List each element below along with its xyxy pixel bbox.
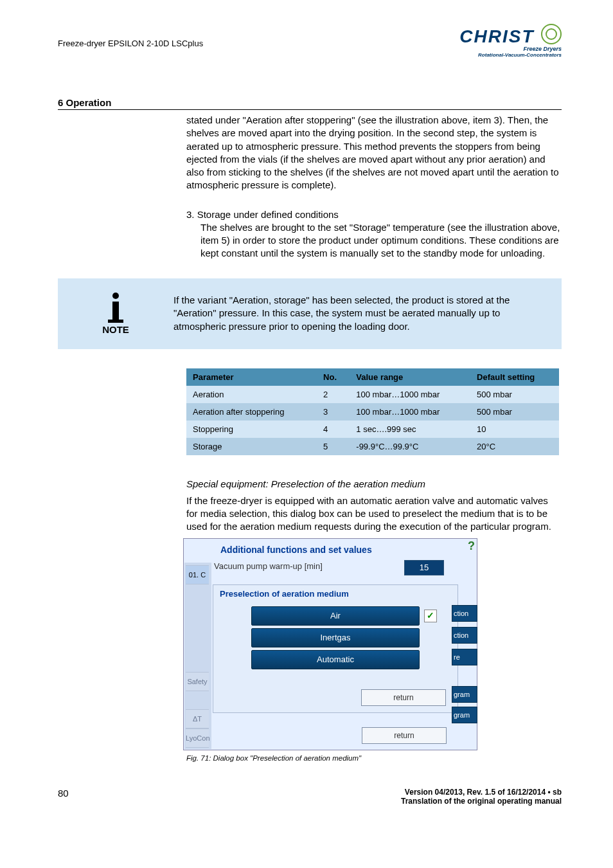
logo-row: CHRIST Freeze Dryers Rotational-Vacuum-C… — [58, 52, 562, 91]
help-icon[interactable]: ? — [468, 539, 475, 553]
warmup-input[interactable]: 15 — [404, 560, 444, 575]
cell: Aeration after stoppering — [186, 403, 317, 420]
cell: Aeration — [186, 386, 317, 403]
air-button-label: Air — [330, 611, 341, 620]
item3-body: The shelves are brought to the set "Stor… — [186, 221, 562, 260]
warmup-label: Vacuum pump warm-up [min] — [214, 561, 323, 571]
note-block: NOTE If the variant "Aeration, storage" … — [58, 278, 562, 349]
right-item-gram1[interactable]: gram — [452, 686, 477, 703]
th-parameter: Parameter — [186, 368, 317, 386]
footer-right: Version 04/2013, Rev. 1.5 of 16/12/2014 … — [401, 788, 562, 806]
right-item-ction2[interactable]: ction — [452, 627, 477, 644]
cell: 5 — [317, 438, 350, 455]
note-text: If the variant "Aeration, storage" has b… — [173, 294, 549, 333]
table-row: Aeration after stoppering 3 100 mbar…100… — [186, 403, 559, 420]
automatic-button[interactable]: Automatic — [251, 650, 420, 669]
table-row: Storage 5 -99.9°C…99.9°C 20°C — [186, 438, 559, 455]
dialog-illustration: ? 01. C Safety ΔT LyoCon Additional func… — [183, 538, 477, 750]
subbody: If the freeze-dryer is equipped with an … — [186, 494, 562, 534]
cell: 20°C — [470, 438, 559, 455]
note-icon-wrap: NOTE — [58, 293, 173, 335]
cell: 10 — [470, 420, 559, 438]
fig-caption: Fig. 71: Dialog box "Preselection of aer… — [186, 754, 562, 762]
cell: 100 mbar…1000 mbar — [350, 386, 470, 403]
right-item-ction1[interactable]: ction — [452, 605, 477, 622]
dialog-title: Additional functions and set values — [220, 545, 372, 555]
logo-sub2: Rotational-Vacuum-Concentrators — [459, 52, 562, 58]
sidebar-item-safety[interactable]: Safety — [186, 672, 209, 691]
cell: Storage — [186, 438, 317, 455]
th-no: No. — [317, 368, 350, 386]
footer-translation: Translation of the original operating ma… — [401, 797, 562, 806]
right-item-gram2[interactable]: gram — [452, 707, 477, 723]
right-item-re[interactable]: re — [452, 649, 477, 665]
dialog: ? 01. C Safety ΔT LyoCon Additional func… — [183, 538, 477, 750]
section-title: 6 Operation — [58, 97, 562, 110]
cell: 3 — [317, 403, 350, 420]
note-label: NOTE — [58, 324, 173, 335]
cell: 2 — [317, 386, 350, 403]
dialog-right-strip: ction ction re gram gram — [452, 557, 477, 749]
footer: 80 Version 04/2013, Rev. 1.5 of 16/12/20… — [58, 788, 562, 806]
sidebar-item-dt[interactable]: ΔT — [186, 709, 209, 728]
inner-return-button[interactable]: return — [361, 689, 446, 706]
cell: 500 mbar — [470, 386, 559, 403]
page-number: 80 — [58, 788, 69, 799]
check-icon[interactable]: ✓ — [424, 610, 437, 622]
dialog-inner: Preselection of aeration medium Air ✓ In… — [213, 584, 458, 713]
cell: 1 sec….999 sec — [350, 420, 470, 438]
outer-return-button[interactable]: return — [362, 727, 447, 744]
table-row: Aeration 2 100 mbar…1000 mbar 500 mbar — [186, 386, 559, 403]
sidebar-item-lyo[interactable]: LyoCon — [186, 728, 209, 748]
params-table: Parameter No. Value range Default settin… — [186, 368, 559, 455]
cell: 4 — [317, 420, 350, 438]
th-default: Default setting — [470, 368, 559, 386]
footer-version: Version 04/2013, Rev. 1.5 of 16/12/2014 … — [401, 788, 562, 797]
logo: CHRIST Freeze Dryers Rotational-Vacuum-C… — [459, 26, 562, 58]
inner-title: Preselection of aeration medium — [213, 585, 458, 604]
tab-01[interactable]: 01. C — [186, 565, 209, 584]
cell: -99.9°C…99.9°C — [350, 438, 470, 455]
page: Freeze-dryer EPSILON 2-10D LSCplus CHRIS… — [0, 0, 613, 831]
logo-circle-icon — [541, 24, 562, 44]
cell: 500 mbar — [470, 403, 559, 420]
subheading: Special equipment: Preselection of the a… — [186, 478, 562, 489]
inertgas-button[interactable]: Inertgas — [251, 628, 420, 647]
info-icon — [58, 293, 173, 323]
warmup-row: Vacuum pump warm-up [min] 15 — [214, 560, 458, 578]
cell: Stoppering — [186, 420, 317, 438]
th-range: Value range — [350, 368, 470, 386]
item3: 3. Storage under defined conditions The … — [186, 208, 562, 260]
air-button[interactable]: Air ✓ — [251, 606, 420, 626]
table-row: Stoppering 4 1 sec….999 sec 10 — [186, 420, 559, 438]
logo-main: CHRIST — [459, 26, 534, 47]
cell: 100 mbar…1000 mbar — [350, 403, 470, 420]
para1: stated under "Aeration after stoppering"… — [186, 114, 562, 192]
table-header-row: Parameter No. Value range Default settin… — [186, 368, 559, 386]
item3-title: 3. Storage under defined conditions — [186, 208, 562, 221]
